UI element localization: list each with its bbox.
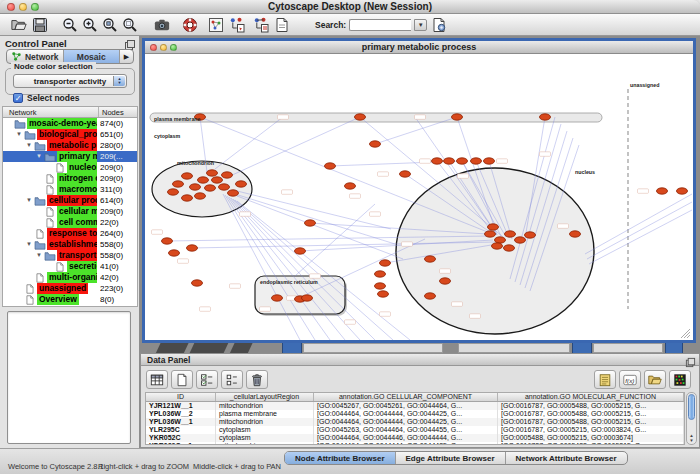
network-node[interactable] — [207, 170, 218, 176]
network-node[interactable] — [677, 188, 688, 194]
region-plasma-membrane[interactable] — [150, 113, 602, 122]
tree-row[interactable]: mosaic-demo-yeast874(0) — [3, 118, 137, 129]
float-panel-icon[interactable] — [124, 37, 136, 49]
tab-edge-attribute-browser[interactable]: Edge Attribute Browser — [396, 452, 506, 464]
column-header[interactable]: annotation.GO MOLECULAR_FUNCTION — [498, 393, 684, 401]
network-node[interactable] — [162, 238, 173, 244]
tab-network-attribute-browser[interactable]: Network Attribute Browser — [506, 452, 627, 464]
lifesaver-help-icon[interactable] — [181, 16, 199, 34]
expand-arrow-icon[interactable]: ▼ — [26, 197, 32, 203]
network-node[interactable] — [515, 237, 526, 243]
network-node[interactable] — [425, 256, 436, 262]
region-nucleus[interactable] — [396, 168, 594, 334]
attribute-table-header[interactable]: ID_cellularLayoutRegionannotation.GO CEL… — [146, 393, 684, 402]
expand-arrow-icon[interactable]: ▼ — [36, 153, 42, 159]
column-header[interactable]: annotation.GO CELLULAR_COMPONENT — [314, 393, 498, 401]
zoom-in-icon[interactable] — [81, 16, 99, 34]
window-titlebar[interactable]: Cytoscape Desktop (New Session) — [0, 0, 700, 14]
scrollbar-arrows-icon[interactable]: ▲▼ — [687, 433, 696, 443]
import-attributes-icon[interactable] — [644, 370, 666, 389]
network-node[interactable] — [504, 245, 515, 251]
region-mitochondrion[interactable] — [152, 161, 252, 217]
network-node[interactable] — [228, 190, 239, 196]
network-node[interactable] — [212, 177, 223, 183]
network-node[interactable] — [452, 114, 463, 120]
network-node[interactable] — [495, 237, 506, 243]
network-node[interactable] — [168, 189, 179, 195]
network-node[interactable] — [370, 141, 381, 147]
tree-row[interactable]: secretion41(0) — [3, 261, 137, 272]
network-node[interactable] — [540, 114, 551, 120]
tree-row[interactable]: cellular metabo209(0) — [3, 206, 137, 217]
zoom-selected-region-icon[interactable] — [101, 16, 119, 34]
tree-row[interactable]: nucleobase-209(0) — [3, 162, 137, 173]
attribute-table-icon[interactable] — [146, 370, 168, 389]
network-node[interactable] — [484, 158, 495, 164]
formula-builder-icon[interactable]: f(x) — [619, 370, 641, 389]
network-node[interactable] — [440, 278, 451, 284]
column-header[interactable]: ID — [146, 393, 216, 401]
network-node[interactable] — [219, 184, 230, 190]
copy-node-attributes-icon[interactable] — [228, 16, 246, 34]
tree-row[interactable]: ▼primary metabo209(... — [3, 151, 137, 162]
network-node[interactable] — [222, 172, 233, 178]
open-file-icon[interactable] — [10, 16, 28, 34]
network-node[interactable] — [471, 158, 482, 164]
tree-row[interactable]: Overview8(0) — [3, 294, 137, 305]
expand-arrow-icon[interactable]: ▼ — [36, 252, 42, 258]
network-node[interactable] — [400, 171, 411, 177]
column-header[interactable]: _cellularLayoutRegion — [216, 393, 314, 401]
node-color-select[interactable]: transporter activity ▲▼ — [13, 74, 127, 88]
network-node[interactable] — [375, 271, 386, 277]
network-node[interactable] — [432, 158, 443, 164]
network-node[interactable] — [505, 231, 516, 237]
tree-column-network[interactable]: Network — [9, 108, 37, 117]
network-canvas[interactable]: plasma membranecytoplasmmitochondrionnuc… — [145, 54, 693, 340]
unselect-attributes-icon[interactable] — [221, 370, 243, 389]
network-node[interactable] — [380, 260, 391, 266]
network-window-titlebar[interactable]: primary metabolic process — [145, 41, 693, 54]
tree-row[interactable]: macromolecule311(0) — [3, 184, 137, 195]
network-node[interactable] — [192, 280, 203, 286]
float-panel-icon[interactable] — [685, 354, 696, 365]
tree-row[interactable]: ▼transport558(0) — [3, 250, 137, 261]
tree-column-divider[interactable] — [98, 107, 99, 117]
table-scrollbar[interactable]: ▲▼ — [686, 392, 697, 445]
tree-row[interactable]: ▼establishment of lo558(0) — [3, 239, 137, 250]
network-node[interactable] — [378, 291, 389, 297]
network-node[interactable] — [190, 184, 201, 190]
notes-icon[interactable] — [594, 370, 616, 389]
tree-row[interactable]: unassigned223(0) — [3, 283, 137, 294]
table-row[interactable]: YJR121W__1mitochondrion[GO:0045267, GO:0… — [146, 402, 684, 410]
search-config-icon[interactable] — [430, 16, 448, 34]
tree-column-nodes[interactable]: Nodes — [102, 108, 124, 117]
zoom-out-icon[interactable] — [61, 16, 79, 34]
network-node[interactable] — [198, 177, 209, 183]
tree-row[interactable]: response to stimul264(0) — [3, 228, 137, 239]
network-node[interactable] — [488, 224, 499, 230]
tree-row[interactable]: multi-organism pro42(0) — [3, 272, 137, 283]
snapshot-camera-icon[interactable] — [153, 16, 171, 34]
network-node[interactable] — [444, 158, 455, 164]
data-panel-titlebar[interactable]: Data Panel — [141, 354, 699, 366]
scrollbar-thumb[interactable] — [688, 394, 695, 420]
network-node[interactable] — [325, 163, 336, 169]
network-node[interactable] — [457, 158, 468, 164]
network-node[interactable] — [425, 293, 436, 299]
network-node[interactable] — [355, 114, 366, 120]
network-node[interactable] — [485, 231, 496, 237]
network-node[interactable] — [657, 188, 668, 194]
delete-attribute-icon[interactable] — [246, 370, 268, 389]
birds-eye-view[interactable] — [7, 311, 131, 444]
network-node[interactable] — [345, 183, 356, 189]
save-session-icon[interactable] — [31, 16, 49, 34]
table-row[interactable]: YDR039C__1mitochondrion[GO:0044464, GO:0… — [146, 442, 684, 445]
tree-row[interactable]: ▼biological_process651(0) — [3, 129, 137, 140]
network-node[interactable] — [305, 220, 316, 226]
network-node[interactable] — [525, 232, 536, 238]
attribute-matrix-icon[interactable] — [669, 370, 691, 389]
table-row[interactable]: YPL036W__2plasma membrane[GO:0044464, GO… — [146, 410, 684, 418]
network-node[interactable] — [272, 295, 283, 301]
tree-row[interactable]: cell communicat22(0) — [3, 217, 137, 228]
tree-row[interactable]: ▼metabolic process280(0) — [3, 140, 137, 151]
